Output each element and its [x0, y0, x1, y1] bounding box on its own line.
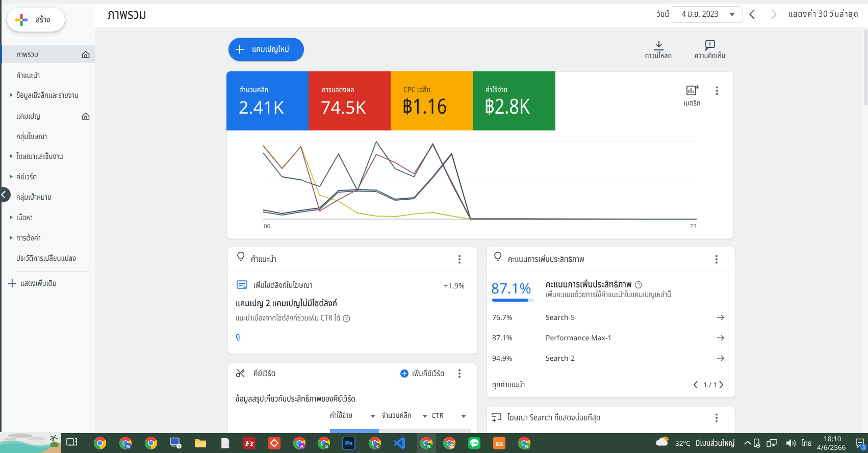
svg-text:Ps: Ps	[345, 440, 353, 447]
svg-text:N: N	[525, 444, 529, 449]
svg-text:A: A	[300, 444, 304, 449]
svg-text:?: ?	[637, 282, 640, 287]
svg-text:S: S	[325, 444, 328, 449]
svg-text:Fz: Fz	[245, 439, 253, 447]
svg-text:ea: ea	[496, 440, 503, 447]
svg-text:4: 4	[376, 444, 378, 449]
svg-text:LINE: LINE	[471, 442, 478, 445]
svg-text:N: N	[427, 444, 431, 449]
svg-text:3: 3	[862, 445, 865, 450]
svg-text:?: ?	[345, 316, 348, 321]
svg-text:N: N	[126, 444, 130, 449]
